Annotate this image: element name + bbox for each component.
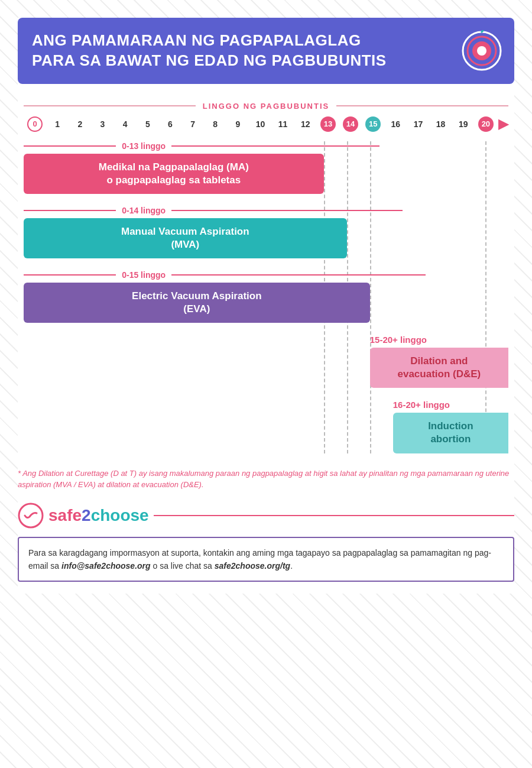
num-18: 18 [430,119,452,129]
method-ma: 0-13 linggo Medikal na Pagpapalaglag (MA… [24,141,508,194]
info-website[interactable]: safe2choose.org/tg [215,561,290,571]
range-label-induction: 16-20+ linggo [393,400,508,410]
num-17: 17 [407,119,429,129]
method-box-eva: Electric Vacuum Aspiration (EVA) [24,283,370,323]
num-circle-20: 20 [478,116,494,132]
num-3: 3 [91,119,113,129]
week-label-row: LINGGO NG PAGBUBUNTIS [24,102,508,111]
num-11: 11 [272,119,294,129]
logo-line [154,515,514,516]
num-circle-13: 13 [320,116,336,132]
info-box: Para sa karagdagang impormasyon at supor… [18,537,514,582]
num-8: 8 [204,119,226,129]
method-box-mva: Manual Vacuum Aspiration (MVA) [24,218,347,258]
method-box-ma: Medikal na Pagpapalaglag (MA) o pagpapal… [24,154,324,194]
num-7: 7 [181,119,204,129]
num-10: 10 [249,119,271,129]
num-20: 20 [475,116,497,132]
svg-point-3 [477,46,486,56]
num-4: 4 [114,119,137,129]
timeline-section: LINGGO NG PAGBUBUNTIS 0 1 2 3 4 5 6 7 8 … [18,102,514,453]
methods-container: 0-13 linggo Medikal na Pagpapalaglag (MA… [24,141,508,453]
num-circle-14: 14 [343,116,358,132]
range-label-ma: 0-13 linggo [116,141,171,151]
num-19: 19 [452,119,475,129]
num-2: 2 [69,119,91,129]
arrow-right: ▶ [498,116,508,132]
num-1: 1 [46,119,69,129]
header-icon [461,30,502,72]
info-text-3: . [290,561,293,571]
method-de: 15-20+ linggo Dilation and evacuation (D… [24,335,508,388]
range-label-mva: 0-14 linggo [116,206,171,215]
range-header-mva: 0-14 linggo [24,206,508,215]
range-header-eva: 0-15 linggo [24,270,508,280]
num-13: 13 [317,116,339,132]
method-mva: 0-14 linggo Manual Vacuum Aspiration (MV… [24,206,508,258]
range-label-eva: 0-15 linggo [116,270,171,280]
logo-section: safe2choose [18,503,514,529]
week-label-line-right [336,105,508,106]
method-name-eva: Electric Vacuum Aspiration (EVA) [24,283,370,323]
logo-text: safe2choose [48,506,149,525]
range-label-de: 15-20+ linggo [370,335,508,345]
num-15: 15 [362,116,384,132]
num-12: 12 [294,119,317,129]
method-induction: 16-20+ linggo Induction abortion [24,400,508,453]
info-email[interactable]: info@safe2choose.org [61,561,151,571]
induction-right-block: 16-20+ linggo Induction abortion [393,400,508,453]
num-0: 0 [24,116,46,132]
numbers-row: 0 1 2 3 4 5 6 7 8 9 10 11 12 13 14 15 16… [24,116,508,132]
num-circle-0: 0 [27,116,43,132]
logo-icon [18,503,44,529]
header-title: ANG PAMAMARAAN NG PAGPAPALAGLAG PARA SA … [32,31,500,71]
method-name-ma: Medikal na Pagpapalaglag (MA) o pagpapal… [24,154,324,194]
footnote: * Ang Dilation at Curettage (D at T) ay … [18,468,514,491]
num-14: 14 [339,116,362,132]
num-6: 6 [159,119,181,129]
num-16: 16 [384,119,407,129]
logo-choose: choose [91,506,149,524]
logo-safe: safe [48,506,82,524]
num-9: 9 [226,119,249,129]
method-eva: 0-15 linggo Electric Vacuum Aspiration (… [24,270,508,323]
de-right-block: 15-20+ linggo Dilation and evacuation (D… [370,335,508,388]
range-header-ma: 0-13 linggo [24,141,508,151]
week-label-text: LINGGO NG PAGBUBUNTIS [196,102,336,111]
logo-two: 2 [82,506,91,524]
method-name-mva: Manual Vacuum Aspiration (MVA) [24,218,347,258]
week-label-line-left [24,105,196,106]
num-5: 5 [137,119,159,129]
num-circle-15: 15 [365,116,381,132]
header-box: ANG PAMAMARAAN NG PAGPAPALAGLAG PARA SA … [18,18,514,84]
method-name-induction: Induction abortion [393,413,508,453]
info-text-2: o sa live chat sa [151,561,215,571]
method-name-de: Dilation and evacuation (D&E) [370,348,508,388]
